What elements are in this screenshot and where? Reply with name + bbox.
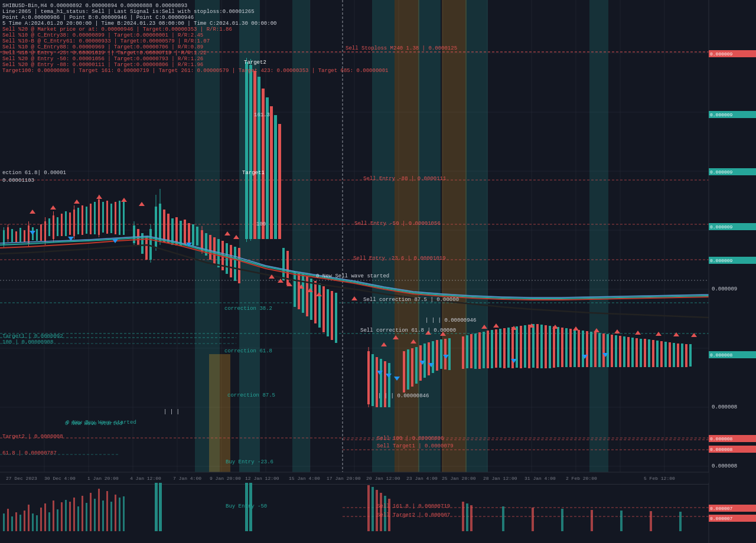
svg-rect-263 <box>0 484 709 485</box>
svg-rect-170 <box>495 329 497 368</box>
svg-rect-75 <box>77 208 79 234</box>
svg-rect-107 <box>196 227 198 246</box>
svg-rect-57 <box>19 228 21 242</box>
svg-rect-267 <box>15 512 17 531</box>
svg-rect-123 <box>253 71 256 239</box>
svg-rect-151 <box>407 349 409 390</box>
svg-text:Sell correction 61.8 | 0.00000: Sell correction 61.8 | 0.00000 <box>360 328 456 333</box>
svg-rect-206 <box>644 339 646 367</box>
svg-rect-79 <box>94 202 96 234</box>
svg-rect-279 <box>65 500 67 531</box>
svg-text:Target1 | 0.0000092: Target1 | 0.0000092 <box>2 333 63 339</box>
svg-rect-84 <box>110 204 112 233</box>
svg-text:0.000008: 0.000008 <box>710 447 733 452</box>
svg-rect-284 <box>86 503 87 531</box>
svg-rect-209 <box>656 341 659 367</box>
svg-rect-136 <box>310 279 312 320</box>
svg-rect-295 <box>159 479 162 531</box>
svg-text:Sell Stoploss M240 1.38 | 0.00: Sell Stoploss M240 1.38 | 0.0000125 <box>346 45 457 51</box>
svg-rect-182 <box>545 325 547 368</box>
svg-rect-85 <box>115 202 116 234</box>
svg-text:Sell Entry -88 | 0.0000111: Sell Entry -88 | 0.0000111 <box>363 176 446 182</box>
svg-rect-164 <box>470 334 472 368</box>
svg-rect-124 <box>258 77 260 239</box>
svg-text:Target2: Target2 <box>244 60 266 66</box>
svg-rect-133 <box>298 273 300 309</box>
chart-canvas: 0.00001 0.000009 0.000009 0.000008 0.000… <box>0 0 756 543</box>
svg-rect-146 <box>376 357 378 407</box>
svg-rect-305 <box>466 503 468 531</box>
svg-rect-205 <box>640 339 642 367</box>
svg-rect-281 <box>73 498 75 531</box>
svg-rect-276 <box>53 501 54 531</box>
svg-rect-141 <box>331 291 333 340</box>
svg-rect-161 <box>448 338 451 370</box>
svg-rect-169 <box>491 330 493 368</box>
svg-rect-176 <box>520 326 522 368</box>
svg-rect-269 <box>24 511 25 531</box>
svg-rect-313 <box>679 512 682 531</box>
svg-rect-132 <box>294 272 296 307</box>
svg-text:Sell 161.8 | 0.00000719: Sell 161.8 | 0.00000719 <box>377 503 450 509</box>
svg-rect-289 <box>106 491 108 531</box>
svg-rect-178 <box>528 325 530 368</box>
svg-rect-298 <box>367 485 370 531</box>
svg-rect-126 <box>266 97 269 239</box>
svg-rect-78 <box>90 204 92 234</box>
svg-text:5 Feb 12:00: 5 Feb 12:00 <box>644 476 675 481</box>
svg-text:0.00001103: 0.00001103 <box>2 178 34 184</box>
svg-rect-199 <box>615 335 617 367</box>
svg-text:0.000008: 0.000008 <box>710 436 733 441</box>
svg-rect-271 <box>32 513 34 531</box>
svg-text:Sell %10 @ C_Entry88: 0.000009: Sell %10 @ C_Entry88: 0.00000969 | Targe… <box>2 44 203 50</box>
svg-text:28 Jan 12:00: 28 Jan 12:00 <box>483 476 517 481</box>
svg-text:Buy Entry -50: Buy Entry -50 <box>226 503 267 509</box>
svg-rect-274 <box>44 503 46 531</box>
svg-rect-70 <box>61 214 63 236</box>
svg-rect-72 <box>69 212 71 235</box>
svg-rect-266 <box>11 516 13 531</box>
svg-text:Target100: 0.00000806 | Target: Target100: 0.00000806 | Target 161: 0.00… <box>2 68 389 74</box>
svg-rect-157 <box>432 341 434 373</box>
svg-rect-181 <box>540 325 543 368</box>
svg-text:161.3: 161.3 <box>254 112 270 118</box>
svg-rect-309 <box>561 509 563 531</box>
svg-rect-131 <box>286 251 289 285</box>
svg-rect-292 <box>119 498 120 531</box>
svg-text:Sell %20 @ Market price or at:: Sell %20 @ Market price or at: 0.0000094… <box>2 27 232 32</box>
svg-rect-203 <box>631 338 634 367</box>
svg-rect-99 <box>163 210 165 242</box>
svg-rect-275 <box>48 512 50 531</box>
svg-rect-165 <box>474 333 477 369</box>
svg-rect-278 <box>61 502 63 531</box>
svg-rect-282 <box>77 506 79 531</box>
svg-rect-216 <box>685 344 687 367</box>
svg-rect-167 <box>483 332 485 368</box>
svg-rect-150 <box>403 351 405 392</box>
svg-rect-153 <box>415 347 418 384</box>
svg-rect-118 <box>238 248 240 283</box>
svg-rect-287 <box>98 489 100 531</box>
svg-text:Sell correction 87.5 | 0.00000: Sell correction 87.5 | 0.00000 <box>363 297 459 303</box>
svg-text:0.000009: 0.000009 <box>710 224 733 230</box>
svg-text:Sell %10 @ C_Entry38: 0.000008: Sell %10 @ C_Entry38: 0.00000899 | Targe… <box>2 32 203 38</box>
svg-rect-193 <box>590 332 592 367</box>
svg-rect-137 <box>314 281 317 323</box>
svg-rect-149 <box>388 363 390 407</box>
svg-text:17 Jan 20:00: 17 Jan 20:00 <box>327 476 361 481</box>
svg-rect-306 <box>470 505 472 531</box>
svg-text:| | | 0.00000846: | | | 0.00000846 <box>378 393 429 399</box>
svg-text:1 Jan 20:00: 1 Jan 20:00 <box>87 476 119 481</box>
svg-rect-172 <box>503 328 506 368</box>
svg-rect-168 <box>487 331 489 368</box>
svg-text:0.000008: 0.000008 <box>710 352 733 358</box>
svg-rect-314 <box>709 0 756 543</box>
svg-rect-299 <box>372 487 374 531</box>
svg-rect-56 <box>15 231 17 242</box>
svg-text:Line:2865 | tema_h1_status: Se: Line:2865 | tema_h1_status: Sell | Last … <box>2 9 255 15</box>
svg-rect-187 <box>565 328 568 367</box>
svg-rect-160 <box>444 339 447 369</box>
svg-text:20 Jan 12:00: 20 Jan 12:00 <box>366 476 400 481</box>
svg-rect-210 <box>660 341 663 367</box>
svg-rect-106 <box>192 224 194 246</box>
